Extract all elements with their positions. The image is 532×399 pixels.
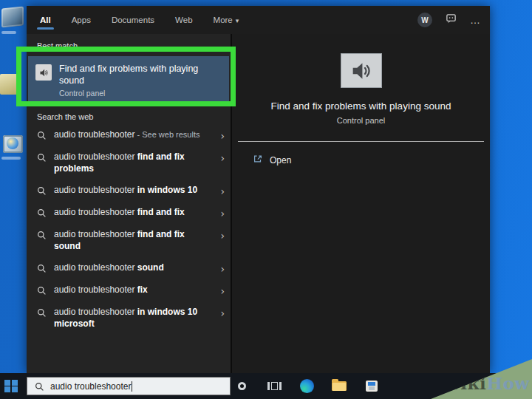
chevron-right-icon: › [220, 151, 225, 163]
search-icon [37, 285, 47, 295]
file-explorer-button[interactable] [331, 373, 347, 399]
suggestion-text: audio troubleshooter find and fix sound [54, 229, 212, 252]
search-icon [37, 130, 47, 140]
suggestion-text: audio troubleshooter in windows 10 [54, 185, 212, 197]
tab-apps[interactable]: Apps [70, 8, 92, 32]
suggestion-text: audio troubleshooter find and fix [54, 207, 212, 219]
search-icon [37, 152, 47, 162]
desktop-icon-browser[interactable] [3, 135, 23, 153]
windows-logo-icon [4, 380, 18, 393]
suggestion-text: audio troubleshooter in windows 10 micro… [54, 307, 212, 330]
open-action[interactable]: Open [253, 154, 291, 167]
taskbar-search-value: audio troubleshooter [50, 381, 131, 392]
edge-icon [300, 379, 314, 393]
preview-pane: Find and fix problems with playing sound… [232, 34, 490, 373]
chevron-right-icon: › [220, 185, 225, 197]
open-external-icon [253, 154, 263, 167]
task-view-button[interactable] [266, 373, 282, 399]
search-web-section-label: Search the web [27, 105, 231, 124]
tab-documents[interactable]: Documents [110, 8, 156, 32]
folder-icon [332, 381, 347, 391]
troubleshooter-speaker-icon-large [341, 53, 382, 88]
chevron-down-icon: ▾ [236, 17, 239, 24]
tab-all[interactable]: All [38, 8, 52, 32]
tab-more[interactable]: More▾ [212, 8, 241, 32]
text-cursor [132, 381, 132, 392]
desktop-icon-document[interactable] [0, 74, 18, 95]
search-filter-tabs: All Apps Documents Web More▾ W … [27, 6, 490, 34]
annotation-highlight-box [16, 47, 236, 106]
chevron-right-icon: › [220, 129, 225, 141]
desktop-icon-computer[interactable] [1, 6, 24, 27]
desktop-icon-label [1, 157, 21, 160]
preview-subtitle: Control panel [337, 116, 385, 125]
feedback-icon[interactable] [446, 13, 457, 27]
taskbar-search-input[interactable]: audio troubleshooter [27, 377, 231, 395]
chevron-right-icon: › [220, 229, 225, 241]
desktop-icon-label [1, 31, 16, 34]
chevron-right-icon: › [220, 207, 225, 219]
suggestion-text: audio troubleshooter sound [54, 262, 212, 274]
suggestion-text: audio troubleshooter - See web results [54, 129, 212, 141]
search-suggestion[interactable]: audio troubleshooter find and fix› [27, 202, 231, 224]
preview-divider [238, 141, 484, 142]
search-icon [37, 263, 47, 273]
edge-button[interactable] [299, 373, 315, 399]
desktop: All Apps Documents Web More▾ W … Best ma… [0, 0, 532, 399]
open-label: Open [270, 155, 291, 166]
search-suggestion[interactable]: audio troubleshooter - See web results› [27, 124, 231, 146]
cortana-icon [238, 382, 246, 390]
task-view-icon [267, 382, 282, 390]
search-icon [37, 185, 47, 195]
cortana-button[interactable] [233, 373, 250, 399]
search-icon [37, 208, 47, 217]
more-options-icon[interactable]: … [470, 14, 481, 26]
store-icon [366, 381, 378, 392]
suggestion-text: audio troubleshooter fix [54, 284, 212, 296]
suggestion-text: audio troubleshooter find and fix proble… [54, 151, 212, 174]
search-suggestion[interactable]: audio troubleshooter in windows 10› [27, 180, 231, 202]
search-icon [35, 381, 44, 391]
start-button[interactable] [0, 373, 22, 399]
preview-title: Find and fix problems with playing sound [271, 100, 451, 112]
search-suggestion[interactable]: audio troubleshooter find and fix proble… [27, 146, 231, 180]
suggestion-list: audio troubleshooter - See web results›a… [27, 124, 231, 335]
user-avatar[interactable]: W [417, 13, 432, 27]
search-icon [37, 307, 47, 317]
search-icon [37, 230, 47, 239]
search-suggestion[interactable]: audio troubleshooter find and fix sound› [27, 224, 231, 257]
chevron-right-icon: › [220, 284, 225, 296]
search-suggestion[interactable]: audio troubleshooter sound› [27, 257, 231, 279]
tab-web[interactable]: Web [174, 8, 194, 32]
search-suggestion[interactable]: audio troubleshooter in windows 10 micro… [27, 301, 231, 335]
store-button[interactable] [364, 373, 380, 399]
chevron-right-icon: › [220, 262, 225, 274]
search-suggestion[interactable]: audio troubleshooter fix› [27, 279, 231, 301]
chevron-right-icon: › [220, 307, 225, 318]
